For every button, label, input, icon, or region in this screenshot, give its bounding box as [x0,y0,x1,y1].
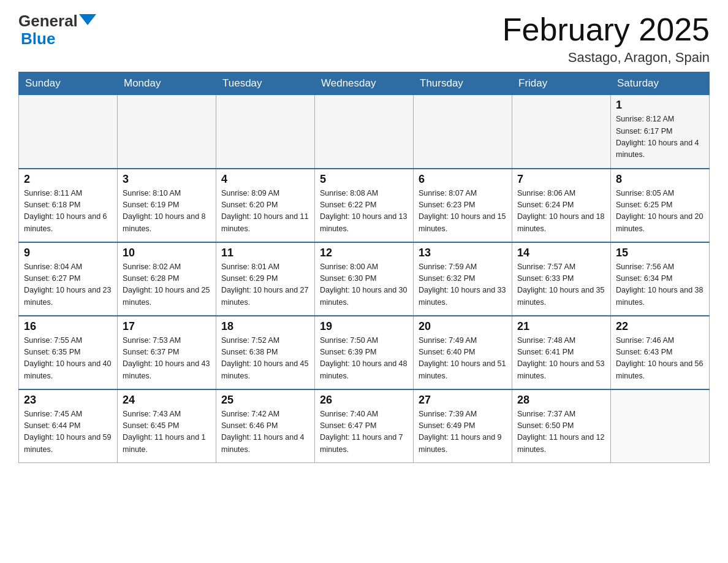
day-info: Sunrise: 8:05 AMSunset: 6:25 PMDaylight:… [616,188,704,236]
table-row: 1Sunrise: 8:12 AMSunset: 6:17 PMDaylight… [611,95,710,169]
day-number: 23 [24,394,112,407]
calendar-week-4: 16Sunrise: 7:55 AMSunset: 6:35 PMDayligh… [19,316,710,389]
table-row: 19Sunrise: 7:50 AMSunset: 6:39 PMDayligh… [315,316,414,389]
calendar-table: Sunday Monday Tuesday Wednesday Thursday… [18,72,710,463]
day-info: Sunrise: 8:10 AMSunset: 6:19 PMDaylight:… [123,188,211,236]
day-number: 15 [616,247,704,259]
day-info: Sunrise: 8:02 AMSunset: 6:28 PMDaylight:… [123,261,211,309]
table-row: 6Sunrise: 8:07 AMSunset: 6:23 PMDaylight… [414,169,512,242]
table-row: 21Sunrise: 7:48 AMSunset: 6:41 PMDayligh… [512,316,611,389]
header-sunday: Sunday [19,72,118,95]
table-row: 25Sunrise: 7:42 AMSunset: 6:46 PMDayligh… [216,389,315,463]
day-info: Sunrise: 7:56 AMSunset: 6:34 PMDaylight:… [616,261,704,309]
table-row: 17Sunrise: 7:53 AMSunset: 6:37 PMDayligh… [118,316,216,389]
day-number: 10 [123,247,211,259]
table-row: 26Sunrise: 7:40 AMSunset: 6:47 PMDayligh… [315,389,414,463]
day-info: Sunrise: 8:04 AMSunset: 6:27 PMDaylight:… [24,261,112,309]
day-info: Sunrise: 7:45 AMSunset: 6:44 PMDaylight:… [24,408,112,456]
day-info: Sunrise: 8:00 AMSunset: 6:30 PMDaylight:… [320,261,408,309]
table-row [414,95,512,169]
day-info: Sunrise: 7:53 AMSunset: 6:37 PMDaylight:… [123,335,211,383]
table-row [216,95,315,169]
day-number: 26 [320,394,408,407]
day-number: 25 [221,394,309,407]
table-row: 27Sunrise: 7:39 AMSunset: 6:49 PMDayligh… [414,389,512,463]
logo-blue-text: Blue [21,30,55,48]
day-number: 14 [517,247,605,259]
table-row [512,95,611,169]
header-thursday: Thursday [414,72,512,95]
day-info: Sunrise: 8:07 AMSunset: 6:23 PMDaylight:… [419,188,507,236]
table-row: 14Sunrise: 7:57 AMSunset: 6:33 PMDayligh… [512,242,611,316]
day-info: Sunrise: 7:52 AMSunset: 6:38 PMDaylight:… [221,335,309,383]
day-number: 18 [221,320,309,333]
table-row: 3Sunrise: 8:10 AMSunset: 6:19 PMDaylight… [118,169,216,242]
page-header: General Blue February 2025 Sastago, Arag… [18,12,710,66]
day-number: 6 [419,173,507,186]
header-friday: Friday [512,72,611,95]
day-number: 8 [616,173,704,186]
table-row: 10Sunrise: 8:02 AMSunset: 6:28 PMDayligh… [118,242,216,316]
table-row: 11Sunrise: 8:01 AMSunset: 6:29 PMDayligh… [216,242,315,316]
day-number: 3 [123,173,211,186]
table-row [118,95,216,169]
table-row: 16Sunrise: 7:55 AMSunset: 6:35 PMDayligh… [19,316,118,389]
day-number: 21 [517,320,605,333]
day-number: 11 [221,247,309,259]
day-info: Sunrise: 7:59 AMSunset: 6:32 PMDaylight:… [419,261,507,309]
day-number: 5 [320,173,408,186]
header-saturday: Saturday [611,72,710,95]
day-info: Sunrise: 8:09 AMSunset: 6:20 PMDaylight:… [221,188,309,236]
calendar-week-2: 2Sunrise: 8:11 AMSunset: 6:18 PMDaylight… [19,169,710,242]
table-row: 15Sunrise: 7:56 AMSunset: 6:34 PMDayligh… [611,242,710,316]
header-wednesday: Wednesday [315,72,414,95]
day-number: 4 [221,173,309,186]
day-number: 16 [24,320,112,333]
day-number: 9 [24,247,112,259]
day-number: 1 [616,99,704,112]
table-row: 18Sunrise: 7:52 AMSunset: 6:38 PMDayligh… [216,316,315,389]
day-number: 20 [419,320,507,333]
table-row: 23Sunrise: 7:45 AMSunset: 6:44 PMDayligh… [19,389,118,463]
day-number: 17 [123,320,211,333]
logo-general-text: General [18,12,78,30]
table-row: 5Sunrise: 8:08 AMSunset: 6:22 PMDaylight… [315,169,414,242]
day-info: Sunrise: 8:06 AMSunset: 6:24 PMDaylight:… [517,188,605,236]
day-info: Sunrise: 8:01 AMSunset: 6:29 PMDaylight:… [221,261,309,309]
day-info: Sunrise: 8:11 AMSunset: 6:18 PMDaylight:… [24,188,112,236]
header-monday: Monday [118,72,216,95]
calendar-week-5: 23Sunrise: 7:45 AMSunset: 6:44 PMDayligh… [19,389,710,463]
day-info: Sunrise: 7:49 AMSunset: 6:40 PMDaylight:… [419,335,507,383]
table-row: 22Sunrise: 7:46 AMSunset: 6:43 PMDayligh… [611,316,710,389]
day-number: 19 [320,320,408,333]
table-row [19,95,118,169]
table-row: 9Sunrise: 8:04 AMSunset: 6:27 PMDaylight… [19,242,118,316]
day-info: Sunrise: 7:50 AMSunset: 6:39 PMDaylight:… [320,335,408,383]
day-info: Sunrise: 7:37 AMSunset: 6:50 PMDaylight:… [517,408,605,456]
day-number: 28 [517,394,605,407]
logo-triangle-icon [79,14,96,25]
calendar-week-1: 1Sunrise: 8:12 AMSunset: 6:17 PMDaylight… [19,95,710,169]
weekday-header-row: Sunday Monday Tuesday Wednesday Thursday… [19,72,710,95]
day-info: Sunrise: 7:57 AMSunset: 6:33 PMDaylight:… [517,261,605,309]
day-number: 27 [419,394,507,407]
day-number: 24 [123,394,211,407]
table-row: 12Sunrise: 8:00 AMSunset: 6:30 PMDayligh… [315,242,414,316]
month-year-title: February 2025 [502,12,710,47]
day-number: 2 [24,173,112,186]
table-row: 7Sunrise: 8:06 AMSunset: 6:24 PMDaylight… [512,169,611,242]
day-info: Sunrise: 7:46 AMSunset: 6:43 PMDaylight:… [616,335,704,383]
day-info: Sunrise: 7:43 AMSunset: 6:45 PMDaylight:… [123,408,211,456]
table-row: 20Sunrise: 7:49 AMSunset: 6:40 PMDayligh… [414,316,512,389]
day-number: 7 [517,173,605,186]
day-info: Sunrise: 7:40 AMSunset: 6:47 PMDaylight:… [320,408,408,456]
table-row: 4Sunrise: 8:09 AMSunset: 6:20 PMDaylight… [216,169,315,242]
day-number: 22 [616,320,704,333]
day-info: Sunrise: 8:12 AMSunset: 6:17 PMDaylight:… [616,113,704,161]
table-row: 24Sunrise: 7:43 AMSunset: 6:45 PMDayligh… [118,389,216,463]
calendar-week-3: 9Sunrise: 8:04 AMSunset: 6:27 PMDaylight… [19,242,710,316]
title-block: February 2025 Sastago, Aragon, Spain [502,12,710,66]
day-info: Sunrise: 7:55 AMSunset: 6:35 PMDaylight:… [24,335,112,383]
header-tuesday: Tuesday [216,72,315,95]
table-row: 8Sunrise: 8:05 AMSunset: 6:25 PMDaylight… [611,169,710,242]
